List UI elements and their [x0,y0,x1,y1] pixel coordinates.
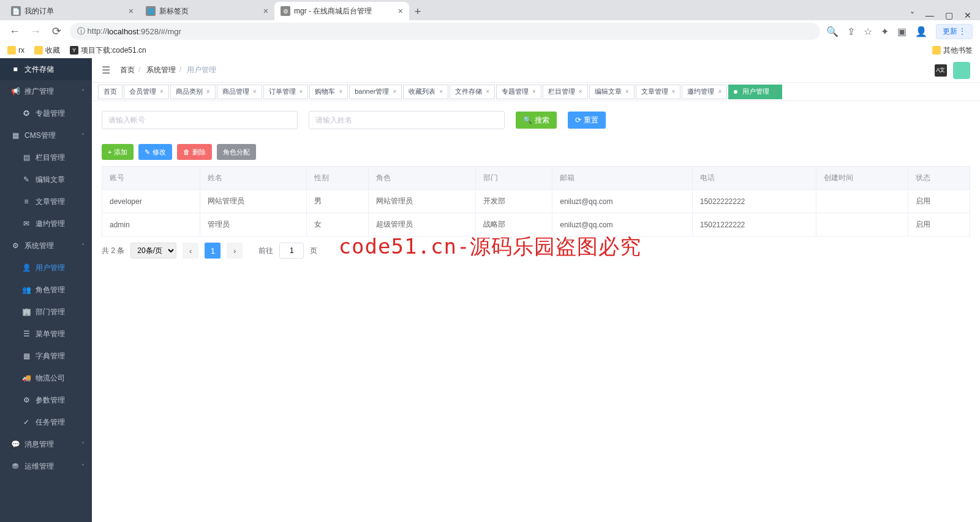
close-icon[interactable]: × [672,88,676,95]
reset-button[interactable]: ⟳ 重置 [568,112,606,129]
avatar[interactable] [953,62,970,79]
new-tab-button[interactable]: + [409,3,426,20]
close-icon[interactable]: × [579,88,582,95]
sidebar-item-10[interactable]: 👥角色管理 [0,279,92,301]
reload-icon[interactable]: ⟳ [49,24,64,39]
view-tab-5[interactable]: 购物车× [309,85,348,99]
sidebar-item-9[interactable]: 👤用户管理 [0,257,92,279]
panel-icon[interactable]: ▣ [897,26,907,37]
page-size-select[interactable]: 20条/页 [130,243,176,259]
delete-button[interactable]: 🗑 删除 [177,144,212,160]
sidebar-item-label: 用户管理 [36,263,65,273]
sidebar-icon: ☰ [22,330,31,338]
close-icon[interactable]: × [718,88,722,95]
star-icon[interactable]: ☆ [864,26,872,37]
sidebar-item-15[interactable]: ⚙参数管理 [0,389,92,411]
close-icon[interactable]: × [398,6,403,16]
view-tab-11[interactable]: 编辑文章× [589,85,635,99]
sidebar-item-3[interactable]: ▦CMS管理˄ [0,124,92,146]
hamburger-icon[interactable]: ☰ [102,64,110,76]
close-icon[interactable]: × [263,6,268,16]
table-header: 部门 [475,167,552,190]
view-tab-13[interactable]: 邀约管理× [682,85,727,99]
sidebar-item-14[interactable]: 🚚物流公司 [0,367,92,389]
view-tab-8[interactable]: 文件存储× [450,85,495,99]
view-tab-7[interactable]: 收藏列表× [403,85,448,99]
close-icon[interactable]: × [339,88,342,95]
account-input[interactable] [102,111,298,129]
close-icon[interactable]: × [129,6,134,16]
sidebar-item-17[interactable]: 💬消息管理˅ [0,433,92,455]
profile-icon[interactable]: 👤 [915,26,927,37]
view-tab-12[interactable]: 文章管理× [636,85,681,99]
view-tab-3[interactable]: 商品管理× [217,85,262,99]
sidebar-item-5[interactable]: ✎编辑文章 [0,168,92,191]
bookmark-fav[interactable]: 收藏 [34,45,60,56]
browser-tab-1[interactable]: 🌐新标签页× [140,2,274,20]
sidebar-item-6[interactable]: ≡文章管理 [0,191,92,213]
view-tab-1[interactable]: 会员管理× [124,85,169,99]
role-assign-button[interactable]: 角色分配 [217,144,256,160]
close-icon[interactable]: × [532,88,536,95]
bookmark-other[interactable]: 其他书签 [932,45,973,56]
close-icon[interactable]: × [393,88,396,95]
chevron-down-icon[interactable]: ˅ [910,10,914,20]
close-icon[interactable]: × [206,88,210,95]
sidebar-item-12[interactable]: ☰菜单管理 [0,323,92,345]
page-1-button[interactable]: 1 [205,243,221,259]
crumb-sys[interactable]: 系统管理 [146,66,176,74]
maximize-icon[interactable]: ▢ [945,10,953,20]
close-icon[interactable]: × [486,88,489,95]
close-icon[interactable]: × [160,88,164,95]
sidebar-item-11[interactable]: 🏢部门管理 [0,301,92,323]
prev-page-button[interactable]: ‹ [183,243,198,259]
close-icon[interactable]: × [625,88,629,95]
sidebar-item-13[interactable]: ▦字典管理 [0,345,92,367]
close-window-icon[interactable]: ✕ [964,10,971,20]
add-button[interactable]: + 添加 [102,144,134,160]
language-icon[interactable]: A文 [935,64,947,77]
forward-icon[interactable]: → [28,24,43,39]
share-icon[interactable]: ⇪ [847,26,855,37]
sidebar-item-0[interactable]: ■文件存储 [0,58,92,80]
crumb-home[interactable]: 首页 [120,66,135,74]
crumb-current: 用户管理 [187,66,216,74]
minimize-icon[interactable]: — [925,10,934,20]
close-icon[interactable]: × [773,88,777,95]
bookmark-proj[interactable]: Y项目下载:code51.cn [70,45,146,56]
view-tab-4[interactable]: 订单管理× [263,85,309,99]
update-button[interactable]: 更新⋮ [936,24,973,39]
edit-button[interactable]: ✎ 修改 [138,144,172,160]
view-tab-9[interactable]: 专题管理× [496,85,541,99]
name-input[interactable] [309,111,505,129]
browser-tab-2[interactable]: ⚙mgr - 在线商城后台管理× [274,2,409,20]
view-tab-10[interactable]: 栏目管理× [543,85,588,99]
close-icon[interactable]: × [439,88,443,95]
chevron-icon: ˅ [81,463,85,470]
sidebar-item-16[interactable]: ✓任务管理 [0,411,92,433]
view-tab-0[interactable]: 首页 [98,85,123,99]
sidebar-icon: ■ [11,65,20,74]
next-page-button[interactable]: › [227,243,243,259]
url-field[interactable]: ⓘ http://localhost:9528/#/mgr [70,23,820,40]
close-icon[interactable]: × [300,88,303,95]
sidebar-item-1[interactable]: 📢推广管理˄ [0,80,92,102]
bookmark-rx[interactable]: rx [7,46,24,55]
table-row[interactable]: developer网站管理员男网站管理员开发部eniluzt@qq.com150… [102,190,970,213]
sidebar-item-7[interactable]: ✉邀约管理 [0,213,92,235]
sidebar-item-2[interactable]: ✪专题管理 [0,102,92,124]
sidebar-item-4[interactable]: ▤栏目管理 [0,146,92,168]
view-tab-2[interactable]: 商品类别× [170,85,216,99]
sidebar-item-8[interactable]: ⚙系统管理˄ [0,235,92,257]
close-icon[interactable]: × [253,88,257,95]
view-tab-14[interactable]: 用户管理× [728,85,782,99]
back-icon[interactable]: ← [7,24,22,39]
browser-tab-0[interactable]: 📄我的订单× [5,2,140,20]
search-icon[interactable]: 🔍 [826,26,839,37]
sidebar-item-18[interactable]: ⛃运维管理˅ [0,455,92,477]
search-button[interactable]: 🔍 搜索 [516,112,557,129]
table-cell: 15022222222 [692,190,816,213]
extensions-icon[interactable]: ✦ [881,26,889,37]
page-jump-input[interactable] [279,243,304,259]
view-tab-6[interactable]: banner管理× [349,85,402,99]
